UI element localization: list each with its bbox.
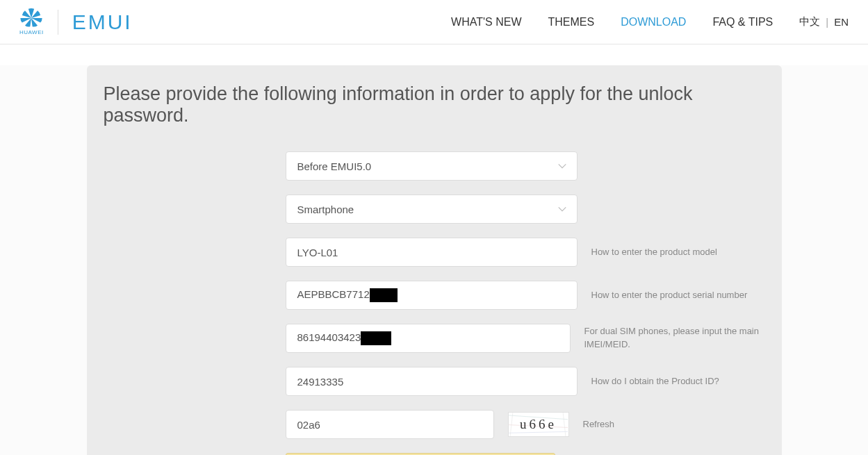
logo-divider [58,10,58,35]
form-card: Please provide the following information… [87,65,782,455]
row-captcha: 02a6 u66e Refresh [286,410,765,439]
hint-serial[interactable]: How to enter the product serial number [591,289,748,302]
site-header: HUAWEI EMUI WHAT'S NEW THEMES DOWNLOAD F… [0,0,868,44]
chevron-down-icon [557,204,567,214]
refresh-captcha-link[interactable]: Refresh [583,418,615,431]
main-nav: WHAT'S NEW THEMES DOWNLOAD FAQ & TIPS 中文… [451,15,849,28]
huawei-flower-icon [19,8,43,28]
row-imei: 86194403423 For dual SIM phones, please … [286,324,765,353]
input-model-value: LYO-L01 [297,247,338,258]
select-emui-version-value: Before EMUI5.0 [297,160,372,172]
input-captcha-value: 02a6 [297,419,320,431]
logo-group: HUAWEI EMUI [19,8,133,35]
language-switch: 中文 | EN [799,15,849,28]
svg-line-4 [563,413,566,437]
row-product-id: 24913335 How do I obtain the Product ID? [286,367,765,396]
hint-model[interactable]: How to enter the product model [591,246,717,259]
nav-themes[interactable]: THEMES [548,16,595,28]
page-title: Please provide the following information… [104,83,765,126]
row-device-type: Smartphone [286,195,765,224]
nav-whats-new[interactable]: WHAT'S NEW [451,16,521,28]
lang-zh[interactable]: 中文 [799,15,820,28]
captcha-text: u66e [520,417,557,432]
select-emui-version[interactable]: Before EMUI5.0 [286,151,578,181]
input-serial-value: AEPBBCB7712 [297,288,398,302]
hint-product-id[interactable]: How do I obtain the Product ID? [591,375,719,388]
huawei-logo[interactable]: HUAWEI [19,8,44,35]
hint-imei: For dual SIM phones, please input the ma… [584,325,765,351]
row-serial: AEPBBCB7712 How to enter the product ser… [286,281,765,310]
serial-redacted [370,288,398,302]
nav-faq-tips[interactable]: FAQ & TIPS [712,16,773,28]
lang-en[interactable]: EN [834,16,849,28]
row-model: LYO-L01 How to enter the product model [286,238,765,267]
input-captcha[interactable]: 02a6 [286,410,494,439]
chevron-down-icon [557,161,567,171]
emui-brand-text[interactable]: EMUI [72,10,133,34]
captcha-image[interactable]: u66e [508,412,569,437]
main-area: Please provide the following information… [0,65,868,455]
form-rows: Before EMUI5.0 Smartphone LYO-L01 How to… [104,151,765,455]
input-product-id[interactable]: 24913335 [286,367,578,396]
input-model[interactable]: LYO-L01 [286,238,578,267]
input-product-id-value: 24913335 [297,376,344,388]
huawei-brand-text: HUAWEI [19,29,44,35]
imei-redacted [361,331,391,345]
select-device-type-value: Smartphone [297,204,354,215]
lang-separator: | [826,16,828,28]
input-imei[interactable]: 86194403423 [286,324,571,353]
input-imei-value: 86194403423 [297,331,392,345]
nav-download[interactable]: DOWNLOAD [621,16,686,28]
select-device-type[interactable]: Smartphone [286,195,578,224]
row-emui-version: Before EMUI5.0 [286,151,765,181]
input-serial[interactable]: AEPBBCB7712 [286,281,578,310]
